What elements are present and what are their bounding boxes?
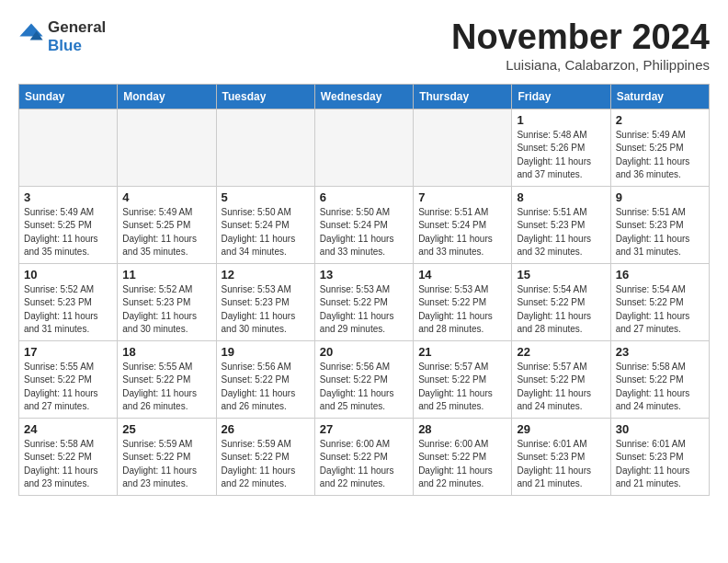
day-info: Sunrise: 5:56 AMSunset: 5:22 PMDaylight:… bbox=[320, 361, 408, 414]
calendar-cell: 3Sunrise: 5:49 AMSunset: 5:25 PMDaylight… bbox=[19, 186, 118, 263]
day-number: 25 bbox=[122, 422, 210, 436]
calendar-cell: 16Sunrise: 5:54 AMSunset: 5:22 PMDayligh… bbox=[610, 263, 709, 340]
day-number: 14 bbox=[418, 268, 506, 282]
day-info: Sunrise: 5:57 AMSunset: 5:22 PMDaylight:… bbox=[517, 361, 605, 414]
calendar-cell: 19Sunrise: 5:56 AMSunset: 5:22 PMDayligh… bbox=[216, 340, 314, 418]
calendar-cell: 28Sunrise: 6:00 AMSunset: 5:22 PMDayligh… bbox=[414, 418, 512, 495]
day-info: Sunrise: 5:49 AMSunset: 5:25 PMDaylight:… bbox=[24, 206, 112, 259]
calendar-cell: 24Sunrise: 5:58 AMSunset: 5:22 PMDayligh… bbox=[19, 418, 118, 495]
day-info: Sunrise: 5:54 AMSunset: 5:22 PMDaylight:… bbox=[616, 283, 704, 337]
calendar-cell: 11Sunrise: 5:52 AMSunset: 5:23 PMDayligh… bbox=[118, 263, 216, 340]
calendar-cell: 14Sunrise: 5:53 AMSunset: 5:22 PMDayligh… bbox=[414, 263, 512, 340]
day-info: Sunrise: 5:52 AMSunset: 5:23 PMDaylight:… bbox=[24, 283, 112, 337]
calendar-cell: 17Sunrise: 5:55 AMSunset: 5:22 PMDayligh… bbox=[19, 340, 118, 418]
calendar-cell bbox=[19, 109, 118, 186]
day-number: 9 bbox=[616, 190, 704, 204]
logo-icon bbox=[18, 22, 44, 48]
day-info: Sunrise: 5:50 AMSunset: 5:24 PMDaylight:… bbox=[320, 206, 408, 259]
day-number: 4 bbox=[122, 190, 210, 204]
day-number: 21 bbox=[418, 345, 506, 359]
calendar-cell bbox=[216, 109, 314, 186]
week-row-5: 24Sunrise: 5:58 AMSunset: 5:22 PMDayligh… bbox=[19, 418, 710, 495]
calendar-cell: 7Sunrise: 5:51 AMSunset: 5:24 PMDaylight… bbox=[414, 186, 512, 263]
day-info: Sunrise: 5:50 AMSunset: 5:24 PMDaylight:… bbox=[222, 206, 310, 259]
day-info: Sunrise: 5:56 AMSunset: 5:22 PMDaylight:… bbox=[222, 361, 310, 414]
day-info: Sunrise: 5:51 AMSunset: 5:23 PMDaylight:… bbox=[616, 206, 704, 259]
day-info: Sunrise: 6:01 AMSunset: 5:23 PMDaylight:… bbox=[517, 438, 605, 491]
calendar-cell: 8Sunrise: 5:51 AMSunset: 5:23 PMDaylight… bbox=[512, 186, 610, 263]
calendar-cell: 15Sunrise: 5:54 AMSunset: 5:22 PMDayligh… bbox=[512, 263, 610, 340]
day-info: Sunrise: 5:54 AMSunset: 5:22 PMDaylight:… bbox=[517, 283, 605, 337]
day-info: Sunrise: 6:01 AMSunset: 5:23 PMDaylight:… bbox=[616, 438, 704, 491]
day-info: Sunrise: 5:59 AMSunset: 5:22 PMDaylight:… bbox=[222, 438, 310, 491]
calendar-cell: 4Sunrise: 5:49 AMSunset: 5:25 PMDaylight… bbox=[118, 186, 216, 263]
weekday-header-saturday: Saturday bbox=[610, 84, 709, 109]
location-subtitle: Luisiana, Calabarzon, Philippines bbox=[451, 57, 710, 73]
day-number: 27 bbox=[320, 422, 408, 436]
day-info: Sunrise: 5:58 AMSunset: 5:22 PMDaylight:… bbox=[616, 361, 704, 414]
weekday-header-row: SundayMondayTuesdayWednesdayThursdayFrid… bbox=[19, 84, 710, 109]
day-info: Sunrise: 5:52 AMSunset: 5:23 PMDaylight:… bbox=[122, 283, 210, 337]
day-number: 6 bbox=[320, 190, 408, 204]
day-number: 3 bbox=[24, 190, 112, 204]
calendar-cell: 13Sunrise: 5:53 AMSunset: 5:22 PMDayligh… bbox=[314, 263, 413, 340]
calendar-cell: 27Sunrise: 6:00 AMSunset: 5:22 PMDayligh… bbox=[314, 418, 413, 495]
calendar-cell: 30Sunrise: 6:01 AMSunset: 5:23 PMDayligh… bbox=[610, 418, 709, 495]
day-number: 8 bbox=[517, 190, 605, 204]
logo-general: General bbox=[48, 18, 106, 37]
day-info: Sunrise: 6:00 AMSunset: 5:22 PMDaylight:… bbox=[320, 438, 408, 491]
day-number: 15 bbox=[517, 268, 605, 282]
calendar-cell: 9Sunrise: 5:51 AMSunset: 5:23 PMDaylight… bbox=[610, 186, 709, 263]
day-number: 26 bbox=[222, 422, 310, 436]
calendar-table: SundayMondayTuesdayWednesdayThursdayFrid… bbox=[18, 84, 710, 496]
day-number: 1 bbox=[517, 113, 605, 127]
day-number: 12 bbox=[222, 268, 310, 282]
calendar-cell: 1Sunrise: 5:48 AMSunset: 5:26 PMDaylight… bbox=[512, 109, 610, 186]
day-info: Sunrise: 5:51 AMSunset: 5:23 PMDaylight:… bbox=[517, 206, 605, 259]
weekday-header-thursday: Thursday bbox=[414, 84, 512, 109]
day-number: 17 bbox=[24, 345, 112, 359]
week-row-3: 10Sunrise: 5:52 AMSunset: 5:23 PMDayligh… bbox=[19, 263, 710, 340]
calendar-cell bbox=[414, 109, 512, 186]
calendar-cell: 10Sunrise: 5:52 AMSunset: 5:23 PMDayligh… bbox=[19, 263, 118, 340]
calendar-cell: 20Sunrise: 5:56 AMSunset: 5:22 PMDayligh… bbox=[314, 340, 413, 418]
calendar-cell: 23Sunrise: 5:58 AMSunset: 5:22 PMDayligh… bbox=[610, 340, 709, 418]
calendar-cell bbox=[118, 109, 216, 186]
day-number: 19 bbox=[222, 345, 310, 359]
calendar-cell: 2Sunrise: 5:49 AMSunset: 5:25 PMDaylight… bbox=[610, 109, 709, 186]
day-number: 11 bbox=[122, 268, 210, 282]
calendar-cell: 25Sunrise: 5:59 AMSunset: 5:22 PMDayligh… bbox=[118, 418, 216, 495]
day-info: Sunrise: 5:48 AMSunset: 5:26 PMDaylight:… bbox=[517, 129, 605, 182]
day-number: 2 bbox=[616, 113, 704, 127]
day-number: 13 bbox=[320, 268, 408, 282]
day-info: Sunrise: 5:57 AMSunset: 5:22 PMDaylight:… bbox=[418, 361, 506, 414]
day-info: Sunrise: 5:53 AMSunset: 5:22 PMDaylight:… bbox=[320, 283, 408, 337]
day-number: 28 bbox=[418, 422, 506, 436]
day-number: 29 bbox=[517, 422, 605, 436]
calendar-cell: 26Sunrise: 5:59 AMSunset: 5:22 PMDayligh… bbox=[216, 418, 314, 495]
day-number: 7 bbox=[418, 190, 506, 204]
day-info: Sunrise: 6:00 AMSunset: 5:22 PMDaylight:… bbox=[418, 438, 506, 491]
page: General Blue November 2024 Luisiana, Cal… bbox=[0, 0, 728, 505]
week-row-1: 1Sunrise: 5:48 AMSunset: 5:26 PMDaylight… bbox=[19, 109, 710, 186]
day-info: Sunrise: 5:53 AMSunset: 5:23 PMDaylight:… bbox=[222, 283, 310, 337]
day-info: Sunrise: 5:58 AMSunset: 5:22 PMDaylight:… bbox=[24, 438, 112, 491]
weekday-header-wednesday: Wednesday bbox=[314, 84, 413, 109]
day-number: 10 bbox=[24, 268, 112, 282]
logo-blue: Blue bbox=[48, 37, 106, 55]
weekday-header-friday: Friday bbox=[512, 84, 610, 109]
week-row-2: 3Sunrise: 5:49 AMSunset: 5:25 PMDaylight… bbox=[19, 186, 710, 263]
day-number: 5 bbox=[222, 190, 310, 204]
calendar-cell bbox=[314, 109, 413, 186]
logo: General Blue bbox=[18, 18, 106, 56]
calendar-cell: 5Sunrise: 5:50 AMSunset: 5:24 PMDaylight… bbox=[216, 186, 314, 263]
day-number: 16 bbox=[616, 268, 704, 282]
day-number: 20 bbox=[320, 345, 408, 359]
svg-marker-0 bbox=[19, 24, 42, 37]
weekday-header-sunday: Sunday bbox=[19, 84, 118, 109]
calendar-cell: 18Sunrise: 5:55 AMSunset: 5:22 PMDayligh… bbox=[118, 340, 216, 418]
month-title: November 2024 bbox=[451, 18, 710, 57]
calendar-cell: 21Sunrise: 5:57 AMSunset: 5:22 PMDayligh… bbox=[414, 340, 512, 418]
day-info: Sunrise: 5:49 AMSunset: 5:25 PMDaylight:… bbox=[122, 206, 210, 259]
day-info: Sunrise: 5:55 AMSunset: 5:22 PMDaylight:… bbox=[122, 361, 210, 414]
